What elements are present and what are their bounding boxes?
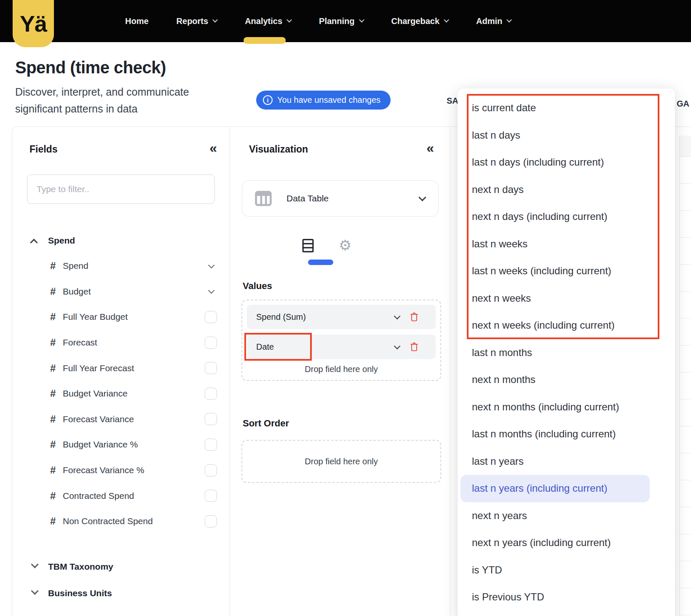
dropdown-option[interactable]: next n years bbox=[458, 502, 675, 530]
value-chip[interactable]: Spend (Sum) bbox=[247, 305, 436, 329]
dropdown-option-label: last n years (including current) bbox=[472, 482, 607, 494]
field-checkbox[interactable] bbox=[205, 413, 217, 425]
field-group[interactable]: Business Units bbox=[12, 580, 230, 606]
field-item[interactable]: # Full Year Forecast bbox=[12, 355, 230, 381]
save-button[interactable]: SA bbox=[447, 96, 458, 106]
dropdown-option[interactable]: next n months (including current) bbox=[458, 394, 675, 421]
gallery-button[interactable]: GA bbox=[677, 99, 689, 109]
field-item[interactable]: # Budget Variance bbox=[12, 381, 230, 407]
chevron-down-icon[interactable] bbox=[394, 313, 401, 319]
dropdown-option[interactable]: is Previous YTD bbox=[458, 584, 675, 611]
trash-icon[interactable] bbox=[410, 312, 419, 322]
dropdown-option[interactable]: last n weeks (including current) bbox=[458, 257, 675, 285]
tab-settings-gear-icon[interactable]: ⚙ bbox=[339, 237, 351, 253]
dropdown-option[interactable]: last n months (including current) bbox=[458, 420, 675, 448]
values-drop-zone[interactable]: Spend (Sum) Date Drop field here only bbox=[241, 300, 441, 381]
dropdown-option[interactable]: next n months bbox=[458, 366, 675, 394]
field-checkbox[interactable] bbox=[205, 388, 217, 400]
field-item-label: Contracted Spend bbox=[63, 491, 134, 501]
nav-item[interactable]: Reports bbox=[163, 0, 231, 42]
dropdown-option-label: next n years bbox=[472, 510, 527, 522]
dropdown-option[interactable]: next n years (including current) bbox=[458, 529, 675, 557]
fields-filter-input[interactable] bbox=[27, 174, 215, 204]
dropdown-option[interactable]: next n days bbox=[458, 176, 675, 204]
dropdown-option-label: last n days bbox=[472, 129, 520, 141]
numeric-field-icon: # bbox=[50, 439, 63, 450]
field-item[interactable]: # Non Contracted Spend bbox=[12, 509, 230, 534]
nav-menu: Home Reports Analytics Planning Chargeba… bbox=[111, 0, 525, 42]
app-logo[interactable]: Yä bbox=[13, 0, 54, 47]
field-group-spend[interactable]: Spend bbox=[12, 232, 230, 249]
dropdown-option-label: is Previous YTD bbox=[472, 591, 544, 603]
field-checkbox[interactable] bbox=[205, 311, 217, 323]
collapse-panel-icon[interactable]: « bbox=[209, 141, 217, 155]
numeric-field-icon: # bbox=[50, 260, 63, 272]
field-item[interactable]: # Contracted Spend bbox=[12, 483, 230, 509]
chevron-down-icon[interactable] bbox=[208, 262, 215, 268]
nav-item[interactable]: Planning bbox=[305, 0, 377, 42]
chevron-down-icon bbox=[212, 17, 218, 22]
field-item[interactable]: # Budget bbox=[12, 279, 230, 305]
chevron-down-icon[interactable] bbox=[394, 343, 401, 349]
field-group-label: Solution Offering bbox=[48, 615, 120, 616]
dropdown-option[interactable]: is YTD bbox=[458, 557, 675, 584]
field-item[interactable]: # Spend bbox=[12, 253, 230, 279]
active-tab-indicator bbox=[308, 260, 333, 265]
value-chip-label: Spend (Sum) bbox=[256, 312, 306, 322]
chevron-down-icon bbox=[359, 17, 364, 22]
dropdown-option-label: last n weeks bbox=[472, 238, 528, 250]
field-item[interactable]: # Budget Variance % bbox=[12, 432, 230, 458]
chevron-down-icon bbox=[31, 560, 38, 568]
chevron-up-icon bbox=[30, 238, 37, 246]
value-chip[interactable]: Date bbox=[247, 335, 436, 359]
nav-item[interactable]: Analytics bbox=[231, 0, 305, 42]
nav-item-label: Admin bbox=[476, 16, 502, 26]
field-checkbox[interactable] bbox=[205, 337, 217, 349]
tab-data-fields[interactable] bbox=[302, 238, 314, 253]
nav-item[interactable]: Admin bbox=[462, 0, 525, 42]
field-item-label: Full Year Budget bbox=[63, 312, 128, 322]
field-item-label: Forecast bbox=[63, 337, 97, 348]
field-checkbox[interactable] bbox=[205, 490, 217, 502]
nav-item[interactable]: Chargeback bbox=[378, 0, 463, 42]
field-group[interactable]: Solution Offering bbox=[12, 606, 230, 616]
dropdown-option[interactable]: last n years (including current) bbox=[461, 475, 650, 502]
chevron-down-icon bbox=[506, 17, 512, 22]
dropdown-option[interactable]: next n weeks bbox=[458, 285, 675, 312]
nav-item-label: Home bbox=[125, 16, 149, 26]
sort-order-drop-zone[interactable]: Drop field here only bbox=[241, 440, 441, 483]
trash-icon[interactable] bbox=[410, 342, 419, 352]
dropdown-option[interactable]: next n weeks (including current) bbox=[458, 312, 675, 339]
field-group[interactable]: TBM Taxonomy bbox=[12, 553, 230, 580]
chevron-down-icon bbox=[287, 17, 292, 22]
collapse-panel-icon[interactable]: « bbox=[426, 141, 434, 155]
field-item-label: Budget Variance bbox=[63, 388, 128, 399]
field-group-label: Business Units bbox=[48, 588, 112, 598]
collapsed-field-groups: TBM Taxonomy Business Units Solution Off… bbox=[12, 553, 230, 616]
numeric-field-icon: # bbox=[50, 337, 63, 348]
dropdown-option[interactable]: is current date bbox=[458, 94, 675, 122]
dropdown-option[interactable]: next n days (including current) bbox=[458, 203, 675, 230]
dropdown-option-label: last n years bbox=[472, 455, 524, 467]
visualization-panel: Visualization « Data Table ⚙ Values bbox=[230, 127, 450, 616]
nav-item[interactable]: Home bbox=[111, 0, 163, 42]
field-item[interactable]: # Full Year Budget bbox=[12, 304, 230, 330]
field-checkbox[interactable] bbox=[205, 439, 217, 451]
dropdown-option[interactable]: last n weeks bbox=[458, 230, 675, 258]
field-item[interactable]: # Forecast Variance % bbox=[12, 458, 230, 483]
field-checkbox[interactable] bbox=[205, 464, 217, 477]
field-checkbox[interactable] bbox=[205, 362, 217, 374]
fields-panel: Fields « Spend # Spend # Budget # bbox=[12, 127, 230, 616]
chevron-down-icon[interactable] bbox=[208, 287, 215, 294]
fields-panel-title: Fields bbox=[29, 144, 57, 155]
chart-type-select[interactable]: Data Table bbox=[242, 180, 439, 217]
field-checkbox[interactable] bbox=[205, 515, 217, 528]
dropdown-option[interactable]: last n months bbox=[458, 339, 675, 367]
dropdown-option[interactable]: last n days bbox=[458, 122, 675, 149]
dropdown-option[interactable]: last n years bbox=[458, 448, 675, 475]
field-item[interactable]: # Forecast bbox=[12, 330, 230, 356]
unsaved-changes-text: You have unsaved changes bbox=[277, 95, 380, 105]
field-item[interactable]: # Forecast Variance bbox=[12, 407, 230, 432]
visualization-panel-title: Visualization bbox=[249, 144, 308, 155]
dropdown-option[interactable]: last n days (including current) bbox=[458, 149, 675, 176]
